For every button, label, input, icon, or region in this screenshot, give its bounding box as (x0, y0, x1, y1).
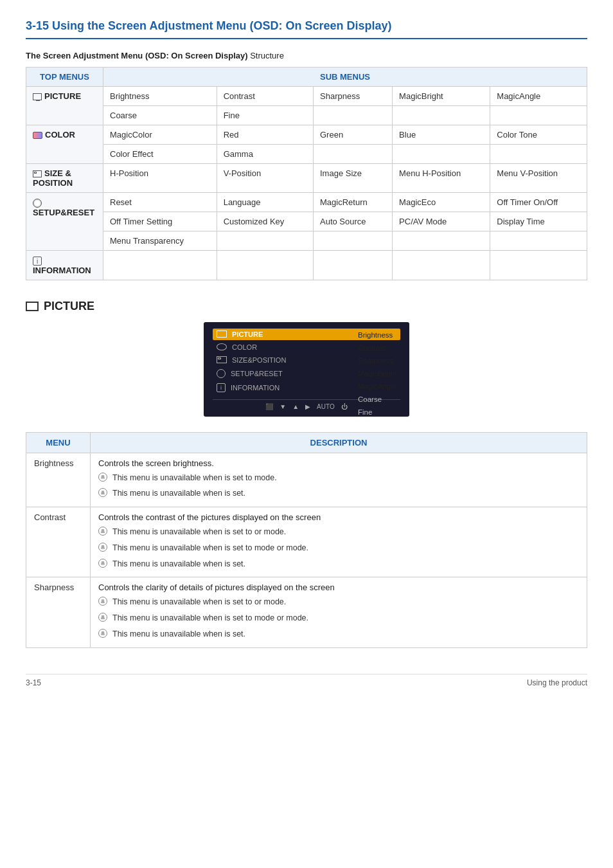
note-item: This menu is unavailable when is set. (98, 628, 579, 640)
sub-cell (490, 106, 587, 125)
note-text: This menu is unavailable when is set. (112, 558, 245, 570)
osd-right-item: Sharpness (358, 354, 397, 367)
sub-cell: V-Position (217, 164, 313, 193)
note-item: This menu is unavailable when is set to … (98, 612, 579, 624)
note-icon (98, 473, 107, 482)
note-text: This menu is unavailable when is set. (112, 628, 245, 640)
sub-cell: Red (217, 125, 313, 145)
note-icon (98, 613, 107, 622)
note-text: This menu is unavailable when is set to … (112, 526, 286, 538)
sub-cell: MagicReturn (314, 193, 393, 212)
osd-bottom-icon: ⏻ (341, 403, 348, 410)
sub-cell: Reset (103, 193, 217, 212)
osd-right-item: Fine (358, 406, 397, 419)
sub-cell (393, 106, 490, 125)
desc-menu-cell: Brightness (26, 453, 91, 507)
sub-menus-header: SUB MENUS (103, 68, 587, 87)
description-table: MENU DESCRIPTION BrightnessControls the … (26, 432, 587, 648)
sub-cell: Brightness (103, 87, 217, 106)
note-icon (98, 527, 107, 536)
note-text: This menu is unavailable when is set to … (112, 542, 308, 554)
footer-left: 3-15 (26, 678, 41, 687)
page-title: 3-15 Using the Screen Adjustment Menu (O… (26, 19, 587, 39)
sub-cell: MagicBright (393, 87, 490, 106)
sub-cell: H-Position (103, 164, 217, 193)
note-icon (98, 488, 107, 497)
sub-cell: Sharpness (314, 87, 393, 106)
menu-cell-color: COLOR (26, 125, 103, 164)
menu-cell-sizeposition: SIZE & POSITION (26, 164, 103, 193)
osd-bottom-icon: ⬛ (265, 403, 273, 410)
osd-right-item: MagicAngle (358, 380, 397, 393)
sub-cell (393, 231, 490, 251)
sub-cell (314, 145, 393, 164)
sub-cell: Image Size (314, 164, 393, 193)
sub-cell: Menu H-Position (393, 164, 490, 193)
sub-cell (103, 251, 217, 280)
sub-cell: MagicAngle (490, 87, 587, 106)
osd-right-item: Coarse (358, 393, 397, 406)
osd-right-item: MagicBright (358, 367, 397, 380)
sub-cell: Coarse (103, 106, 217, 125)
sub-cell: Contrast (217, 87, 313, 106)
osd-screenshot: PICTURECOLORSIZE&POSITIONSETUP&RESETiINF… (26, 322, 587, 417)
desc-content-cell: Controls the contrast of the pictures di… (91, 507, 587, 577)
desc-content-cell: Controls the screen brightness.This menu… (91, 453, 587, 507)
osd-bottom-icon: ▲ (292, 403, 299, 410)
note-text: This menu is unavailable when is set to … (112, 472, 277, 484)
menu-cell-picture: PICTURE (26, 87, 103, 125)
note-item: This menu is unavailable when is set. (98, 558, 579, 570)
sub-cell: Menu Transparency (103, 231, 217, 251)
menu-cell-setupreset: SETUP&RESET (26, 193, 103, 251)
osd-bottom-icon: AUTO (317, 403, 335, 410)
note-icon (98, 629, 107, 638)
top-menus-header: TOP MENUS (26, 68, 103, 87)
note-text: This menu is unavailable when is set. (112, 487, 245, 500)
sub-cell: Off Timer Setting (103, 212, 217, 231)
sub-cell: PC/AV Mode (393, 212, 490, 231)
note-item: This menu is unavailable when is set to … (98, 542, 579, 554)
sub-cell: Language (217, 193, 313, 212)
desc-menu-cell: Sharpness (26, 577, 91, 647)
sub-cell (314, 231, 393, 251)
sub-cell: MagicColor (103, 125, 217, 145)
section-intro: The Screen Adjustment Menu (OSD: On Scre… (26, 51, 587, 60)
sub-cell (393, 251, 490, 280)
picture-icon (26, 302, 39, 311)
note-text: This menu is unavailable when is set to … (112, 612, 308, 624)
osd-bottom-icon: ▶ (305, 403, 310, 410)
sub-cell: Customized Key (217, 212, 313, 231)
osd-right-panel: BrightnessContrastSharpnessMagicBrightMa… (358, 329, 397, 419)
desc-row: SharpnessControls the clarity of details… (26, 577, 587, 647)
sub-cell: Off Timer On/Off (490, 193, 587, 212)
osd-bottom-icon: ▼ (280, 403, 286, 410)
note-item: This menu is unavailable when is set. (98, 487, 579, 500)
osd-right-item: Contrast (358, 341, 397, 354)
description-column-header: DESCRIPTION (91, 432, 587, 453)
sub-cell (217, 251, 313, 280)
sub-cell (314, 106, 393, 125)
footer: 3-15 Using the product (26, 674, 587, 687)
sub-cell: Display Time (490, 212, 587, 231)
note-icon (98, 559, 107, 568)
sub-cell (490, 231, 587, 251)
desc-content-cell: Controls the clarity of details of pictu… (91, 577, 587, 647)
sub-cell: MagicEco (393, 193, 490, 212)
sub-cell: Color Effect (103, 145, 217, 164)
desc-menu-cell: Contrast (26, 507, 91, 577)
note-item: This menu is unavailable when is set to … (98, 526, 579, 538)
desc-row: ContrastControls the contrast of the pic… (26, 507, 587, 577)
sub-cell (314, 251, 393, 280)
menu-column-header: MENU (26, 432, 91, 453)
osd-right-item: Brightness (358, 329, 397, 341)
sub-cell: Auto Source (314, 212, 393, 231)
sub-cell: Gamma (217, 145, 313, 164)
sub-cell (393, 145, 490, 164)
structure-table: TOP MENUS SUB MENUS PICTUREBrightnessCon… (26, 67, 587, 280)
note-text: This menu is unavailable when is set to … (112, 596, 286, 608)
sub-cell: Menu V-Position (490, 164, 587, 193)
picture-heading: PICTURE (26, 300, 587, 313)
menu-cell-information: iINFORMATION (26, 251, 103, 280)
sub-cell: Green (314, 125, 393, 145)
note-icon (98, 597, 107, 606)
